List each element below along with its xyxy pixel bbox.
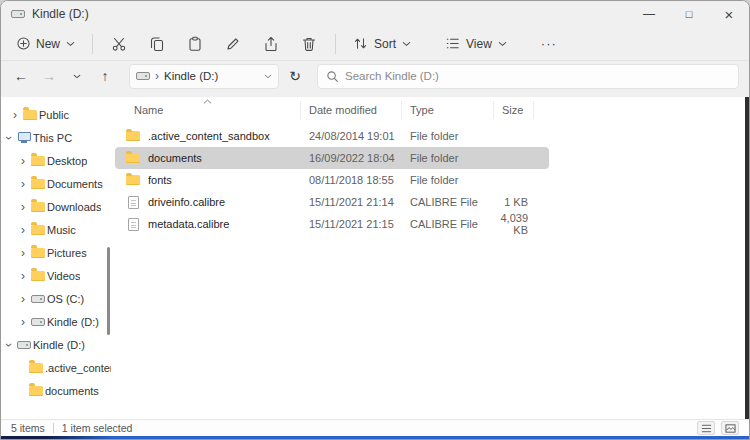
- chevron-right-icon[interactable]: ›: [9, 108, 21, 122]
- command-toolbar: New Sort View ···: [1, 27, 749, 61]
- chevron-down-icon[interactable]: [264, 74, 272, 79]
- file-row-active-content-sandbox[interactable]: .active_content_sandbox 24/08/2014 19:01…: [115, 125, 549, 147]
- sidebar-item-label: Kindle (D:): [33, 339, 85, 351]
- view-button[interactable]: View: [437, 30, 515, 58]
- selection-count: 1 item selected: [62, 422, 133, 434]
- status-bar: 5 items 1 item selected: [1, 419, 749, 436]
- refresh-button[interactable]: ↻: [283, 64, 307, 88]
- thumbnails-view-button[interactable]: [721, 421, 739, 435]
- column-header-label: Date modified: [309, 104, 377, 116]
- chevron-right-icon[interactable]: ›: [17, 269, 29, 283]
- sidebar-item-label: .active_content_sandbox: [45, 362, 111, 374]
- file-date-modified: 15/11/2021 21:14: [301, 196, 402, 208]
- vertical-scrollbar[interactable]: [745, 97, 749, 419]
- file-name: fonts: [148, 174, 301, 186]
- sidebar-item-label: Kindle (D:): [47, 316, 99, 328]
- cut-button[interactable]: [102, 30, 136, 58]
- sort-ascending-icon: [203, 97, 212, 106]
- chevron-down-icon[interactable]: ›: [2, 132, 16, 144]
- up-button[interactable]: ↑: [93, 64, 117, 88]
- sidebar-item-documents-kindle[interactable]: documents: [1, 379, 111, 402]
- this-pc-icon: [15, 132, 33, 144]
- column-header-name[interactable]: Name: [115, 101, 301, 119]
- rename-icon: [225, 36, 241, 52]
- share-button[interactable]: [254, 30, 288, 58]
- chevron-right-icon[interactable]: ›: [17, 200, 29, 214]
- file-row-documents[interactable]: documents 16/09/2022 18:04 File folder: [115, 147, 549, 169]
- folder-icon: [29, 156, 47, 166]
- sidebar-scrollbar[interactable]: [107, 247, 110, 335]
- sidebar-item-os-c[interactable]: › OS (C:): [1, 287, 111, 310]
- search-input[interactable]: [345, 70, 730, 82]
- sort-button[interactable]: Sort: [345, 30, 419, 58]
- column-header-type[interactable]: Type: [402, 101, 494, 119]
- recent-locations-button[interactable]: [65, 64, 89, 88]
- forward-button[interactable]: →: [37, 64, 61, 88]
- file-date-modified: 08/11/2018 18:55: [301, 174, 402, 186]
- sidebar-item-label: Pictures: [47, 247, 87, 259]
- file-date-modified: 16/09/2022 18:04: [301, 152, 402, 164]
- file-rows: .active_content_sandbox 24/08/2014 19:01…: [115, 125, 749, 235]
- breadcrumb[interactable]: › Kindle (D:): [129, 64, 279, 89]
- sidebar-item-this-pc[interactable]: › This PC: [1, 126, 111, 149]
- breadcrumb-location[interactable]: Kindle (D:): [164, 70, 218, 82]
- file-row-fonts[interactable]: fonts 08/11/2018 18:55 File folder: [115, 169, 549, 191]
- sidebar-item-documents[interactable]: › Documents: [1, 172, 111, 195]
- file-date-modified: 24/08/2014 19:01: [301, 130, 402, 142]
- sidebar-item-kindle-d-root[interactable]: › Kindle (D:): [1, 333, 111, 356]
- cut-icon: [111, 36, 127, 52]
- close-button[interactable]: ×: [709, 1, 749, 27]
- status-separator: [53, 423, 54, 433]
- details-view-button[interactable]: [697, 421, 715, 435]
- file-row-driveinfo-calibre[interactable]: driveinfo.calibre 15/11/2021 21:14 CALIB…: [115, 191, 549, 213]
- item-count: 5 items: [11, 422, 45, 434]
- column-headers: Name Date modified Type Size: [115, 97, 749, 123]
- column-header-date-modified[interactable]: Date modified: [301, 101, 402, 119]
- copy-button[interactable]: [140, 30, 174, 58]
- search-icon: [326, 70, 339, 83]
- sidebar-item-downloads[interactable]: › Downloads: [1, 195, 111, 218]
- drive-icon: [29, 295, 47, 303]
- more-options-button[interactable]: ···: [533, 30, 565, 58]
- sidebar-item-pictures[interactable]: › Pictures: [1, 241, 111, 264]
- file-explorer-window: Kindle (D:) — □ × New Sort View: [0, 0, 750, 440]
- sidebar-item-videos[interactable]: › Videos: [1, 264, 111, 287]
- file-size: 1 KB: [494, 196, 534, 208]
- column-header-label: Size: [502, 104, 523, 116]
- file-row-metadata-calibre[interactable]: metadata.calibre 15/11/2021 21:15 CALIBR…: [115, 213, 549, 235]
- minimize-button[interactable]: —: [629, 1, 669, 27]
- sidebar-item-label: documents: [45, 385, 99, 397]
- delete-button[interactable]: [292, 30, 326, 58]
- back-button[interactable]: ←: [9, 64, 33, 88]
- chevron-right-icon[interactable]: ›: [17, 177, 29, 191]
- column-header-size[interactable]: Size: [494, 101, 534, 119]
- search-box: [317, 64, 739, 89]
- sort-button-label: Sort: [374, 37, 396, 51]
- chevron-down-icon[interactable]: ›: [2, 339, 16, 351]
- plus-circle-icon: [17, 37, 30, 50]
- paste-button[interactable]: [178, 30, 212, 58]
- sidebar-item-kindle-d[interactable]: › Kindle (D:): [1, 310, 111, 333]
- titlebar: Kindle (D:) — □ ×: [1, 1, 749, 27]
- sidebar-item-public[interactable]: › Public: [1, 103, 111, 126]
- chevron-right-icon[interactable]: ›: [17, 292, 29, 306]
- sidebar-item-active-content-sandbox[interactable]: .active_content_sandbox: [1, 356, 111, 379]
- chevron-right-icon[interactable]: ›: [17, 315, 29, 329]
- column-header-label: Type: [410, 104, 434, 116]
- chevron-right-icon[interactable]: ›: [17, 246, 29, 260]
- paste-icon: [187, 36, 203, 52]
- maximize-button[interactable]: □: [669, 1, 709, 27]
- sidebar-item-label: Downloads: [47, 201, 101, 213]
- new-button[interactable]: New: [9, 30, 83, 58]
- view-icon: [445, 36, 460, 51]
- folder-icon: [29, 225, 47, 235]
- trash-icon: [301, 36, 317, 52]
- breadcrumb-separator[interactable]: ›: [155, 69, 159, 83]
- file-type: File folder: [402, 152, 494, 164]
- sidebar-item-music[interactable]: › Music: [1, 218, 111, 241]
- chevron-right-icon[interactable]: ›: [17, 223, 29, 237]
- chevron-down-icon: [402, 41, 411, 47]
- rename-button[interactable]: [216, 30, 250, 58]
- chevron-right-icon[interactable]: ›: [17, 154, 29, 168]
- sidebar-item-desktop[interactable]: › Desktop: [1, 149, 111, 172]
